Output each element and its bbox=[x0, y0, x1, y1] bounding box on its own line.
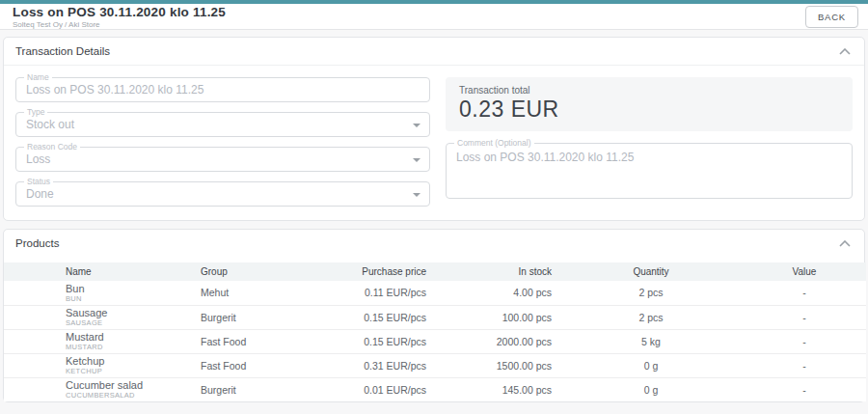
product-code: MUSTARD bbox=[66, 343, 185, 351]
type-select[interactable]: Type Stock out bbox=[15, 112, 430, 137]
quantity-cell: 5 kg bbox=[559, 329, 743, 353]
product-name-cell: Bun BUN bbox=[58, 281, 193, 305]
quantity-cell: 0 g bbox=[559, 353, 743, 377]
products-panel: Products Name Group Purchase price In st… bbox=[3, 229, 865, 402]
product-name-cell: Mustard MUSTARD bbox=[58, 329, 193, 353]
column-spacer bbox=[4, 329, 58, 353]
product-code: BUN bbox=[66, 294, 185, 303]
products-section-header[interactable]: Products bbox=[4, 230, 864, 257]
column-spacer bbox=[4, 377, 58, 401]
value-cell: - bbox=[743, 353, 866, 377]
table-row[interactable]: Bun BUN Mehut 0.11 EUR/pcs 4.00 pcs 2 pc… bbox=[4, 281, 866, 305]
product-name: Bun bbox=[66, 283, 185, 294]
transaction-details-panel: Transaction Details Name Loss on POS 30.… bbox=[3, 37, 865, 221]
status-select[interactable]: Status Done bbox=[15, 181, 430, 207]
comment-field-label: Comment (Optional) bbox=[454, 139, 534, 148]
in-stock-cell: 145.00 pcs bbox=[434, 377, 559, 401]
value-cell: - bbox=[743, 281, 866, 305]
table-row[interactable]: Sausage SAUSAGE Burgerit 0.15 EUR/pcs 10… bbox=[4, 305, 866, 329]
quantity-cell: 2 pcs bbox=[559, 305, 743, 329]
page-title: Loss on POS 30.11.2020 klo 11.25 bbox=[13, 5, 226, 19]
column-spacer bbox=[4, 281, 58, 305]
product-group-cell: Fast Food bbox=[193, 329, 345, 353]
transaction-total-value: 0.23 EUR bbox=[459, 97, 839, 123]
product-name-cell: Cucumber salad CUCUMBERSALAD bbox=[58, 377, 193, 401]
table-row[interactable]: Mustard MUSTARD Fast Food 0.15 EUR/pcs 2… bbox=[4, 329, 866, 353]
quantity-cell: 2 pcs bbox=[559, 281, 743, 305]
form-column-right: Transaction total 0.23 EUR Comment (Opti… bbox=[446, 77, 853, 207]
page-header: Loss on POS 30.11.2020 klo 11.25 Solteq … bbox=[0, 0, 868, 30]
page: Loss on POS 30.11.2020 klo 11.25 Solteq … bbox=[0, 0, 868, 402]
product-group-cell: Fast Food bbox=[193, 353, 345, 377]
column-spacer bbox=[4, 305, 58, 329]
chevron-up-icon[interactable] bbox=[839, 240, 851, 247]
purchase-price-cell: 0.31 EUR/pcs bbox=[345, 353, 434, 377]
product-name-cell: Ketchup KETCHUP bbox=[58, 353, 193, 377]
product-code: CUCUMBERSALAD bbox=[66, 391, 185, 400]
product-group-cell: Burgerit bbox=[193, 305, 345, 329]
column-header-quantity: Quantity bbox=[559, 262, 743, 281]
value-cell: - bbox=[743, 329, 866, 353]
purchase-price-cell: 0.15 EUR/pcs bbox=[345, 329, 434, 353]
transaction-details-section-header[interactable]: Transaction Details bbox=[4, 38, 864, 66]
product-name: Cucumber salad bbox=[66, 379, 185, 391]
value-cell: - bbox=[743, 377, 866, 401]
dropdown-arrow-icon bbox=[413, 193, 420, 197]
in-stock-cell: 100.00 pcs bbox=[434, 305, 559, 329]
comment-field[interactable]: Comment (Optional) Loss on POS 30.11.202… bbox=[446, 143, 853, 199]
transaction-total-label: Transaction total bbox=[459, 85, 839, 96]
transaction-details-title: Transaction Details bbox=[15, 45, 110, 57]
reason-code-select[interactable]: Reason Code Loss bbox=[15, 147, 430, 172]
column-header-in-stock: In stock bbox=[434, 262, 559, 281]
products-table: Name Group Purchase price In stock Quant… bbox=[4, 262, 866, 401]
reason-code-select-label: Reason Code bbox=[24, 143, 80, 152]
products-table-body: Bun BUN Mehut 0.11 EUR/pcs 4.00 pcs 2 pc… bbox=[4, 281, 866, 401]
column-spacer bbox=[4, 353, 58, 377]
product-group-cell: Mehut bbox=[193, 281, 345, 305]
product-group-cell: Burgerit bbox=[193, 377, 345, 401]
product-name: Mustard bbox=[66, 331, 185, 343]
quantity-cell: 0 g bbox=[559, 377, 743, 401]
column-spacer bbox=[4, 262, 58, 281]
product-code: SAUSAGE bbox=[66, 318, 185, 327]
purchase-price-cell: 0.11 EUR/pcs bbox=[345, 281, 434, 305]
table-header-row: Name Group Purchase price In stock Quant… bbox=[4, 262, 866, 281]
column-header-name: Name bbox=[58, 262, 193, 281]
column-header-value: Value bbox=[743, 262, 866, 281]
transaction-details-body: Name Loss on POS 30.11.2020 klo 11.25 Ty… bbox=[4, 66, 864, 220]
product-name-cell: Sausage SAUSAGE bbox=[58, 305, 193, 329]
header-text-block: Loss on POS 30.11.2020 klo 11.25 Solteq … bbox=[13, 5, 226, 29]
column-header-purchase-price: Purchase price bbox=[345, 262, 434, 281]
in-stock-cell: 2000.00 pcs bbox=[434, 329, 559, 353]
status-select-value: Done bbox=[16, 182, 429, 206]
table-row[interactable]: Cucumber salad CUCUMBERSALAD Burgerit 0.… bbox=[4, 377, 866, 401]
back-button[interactable]: BACK bbox=[805, 6, 858, 28]
name-field[interactable]: Name Loss on POS 30.11.2020 klo 11.25 bbox=[15, 77, 430, 102]
column-header-group: Group bbox=[193, 262, 345, 281]
products-title: Products bbox=[15, 237, 59, 249]
dropdown-arrow-icon bbox=[413, 124, 420, 127]
transaction-total-box: Transaction total 0.23 EUR bbox=[446, 77, 853, 131]
product-name: Sausage bbox=[66, 307, 185, 318]
name-field-value: Loss on POS 30.11.2020 klo 11.25 bbox=[16, 78, 429, 101]
status-select-label: Status bbox=[24, 178, 53, 186]
form-column-left: Name Loss on POS 30.11.2020 klo 11.25 Ty… bbox=[15, 77, 430, 207]
type-select-value: Stock out bbox=[16, 113, 429, 136]
name-field-label: Name bbox=[24, 73, 52, 82]
type-select-label: Type bbox=[24, 108, 47, 117]
table-row[interactable]: Ketchup KETCHUP Fast Food 0.31 EUR/pcs 1… bbox=[4, 353, 866, 377]
breadcrumb: Solteq Test Oy / Aki Store bbox=[13, 20, 226, 29]
dropdown-arrow-icon bbox=[413, 158, 420, 162]
product-code: KETCHUP bbox=[66, 367, 185, 375]
value-cell: - bbox=[743, 305, 866, 329]
chevron-up-icon[interactable] bbox=[839, 48, 851, 55]
product-name: Ketchup bbox=[66, 355, 185, 367]
in-stock-cell: 1500.00 pcs bbox=[434, 353, 559, 377]
purchase-price-cell: 0.15 EUR/pcs bbox=[345, 305, 434, 329]
in-stock-cell: 4.00 pcs bbox=[434, 281, 559, 305]
purchase-price-cell: 0.01 EUR/pcs bbox=[345, 377, 434, 401]
